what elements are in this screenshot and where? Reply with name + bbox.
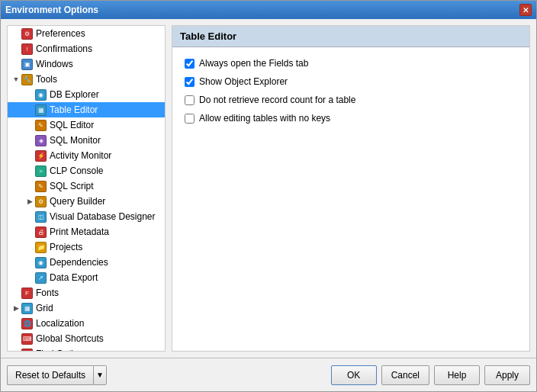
- item-icon-global-shortcuts: ⌨: [21, 333, 33, 345]
- item-label-db-explorer: DB Explorer: [50, 89, 99, 100]
- tree-item-projects[interactable]: 📁Projects: [8, 239, 165, 255]
- tree-item-activity-monitor[interactable]: ⚡Activity Monitor: [8, 148, 165, 163]
- item-icon-clp-console: >: [35, 165, 47, 177]
- item-label-sql-editor: SQL Editor: [50, 120, 94, 130]
- tree-item-tools[interactable]: ▼🔧Tools: [8, 72, 165, 87]
- checkbox-row-show-object-explorer: Show Object Explorer: [185, 76, 517, 87]
- checkbox-always-open-fields[interactable]: [185, 59, 195, 69]
- reset-btn-group: Reset to Defaults ▼: [7, 365, 107, 385]
- panel-body: Always open the Fields tabShow Object Ex…: [172, 47, 529, 351]
- tree-item-table-editor[interactable]: ▦Table Editor: [8, 102, 165, 117]
- right-panel: Table Editor Always open the Fields tabS…: [172, 25, 530, 352]
- environment-options-window: Environment Options ✕ ⚙Preferences!Confi…: [0, 0, 537, 392]
- item-label-grid: Grid: [36, 303, 53, 313]
- checkbox-no-record-count[interactable]: [185, 95, 195, 105]
- item-icon-localization: 🌐: [21, 318, 33, 329]
- tree-item-query-builder[interactable]: ▶⚙Query Builder: [8, 194, 165, 209]
- item-icon-preferences: ⚙: [21, 28, 33, 40]
- item-icon-activity-monitor: ⚡: [35, 150, 47, 162]
- item-label-data-export: Data Export: [50, 272, 98, 283]
- tree-item-find-option[interactable]: ✕Find Option: [8, 346, 165, 352]
- checkbox-allow-editing[interactable]: [185, 114, 195, 124]
- item-label-tools: Tools: [36, 74, 57, 85]
- item-label-fonts: Fonts: [36, 288, 59, 298]
- apply-button[interactable]: Apply: [484, 365, 530, 385]
- item-label-global-shortcuts: Global Shortcuts: [36, 333, 104, 344]
- item-label-find-option: Find Option: [36, 349, 83, 352]
- reset-defaults-button[interactable]: Reset to Defaults: [7, 365, 93, 385]
- item-label-activity-monitor: Activity Monitor: [50, 150, 111, 161]
- item-icon-sql-monitor: ◈: [35, 135, 47, 146]
- expand-icon-grid: ▶: [11, 304, 21, 312]
- tree-item-dependencies[interactable]: ◉Dependencies: [8, 255, 165, 270]
- item-icon-confirmations: !: [21, 43, 33, 55]
- checkbox-row-always-open-fields: Always open the Fields tab: [185, 58, 517, 69]
- checkbox-label-no-record-count: Do not retrieve record count for a table: [199, 95, 355, 105]
- reset-dropdown-button[interactable]: ▼: [93, 365, 107, 385]
- help-button[interactable]: Help: [434, 365, 480, 385]
- tree-item-preferences[interactable]: ⚙Preferences: [8, 26, 165, 41]
- item-label-clp-console: CLP Console: [50, 165, 104, 176]
- item-icon-tools: 🔧: [21, 74, 33, 85]
- tree-item-sql-editor[interactable]: ✎SQL Editor: [8, 117, 165, 133]
- item-icon-sql-editor: ✎: [35, 120, 47, 131]
- item-label-dependencies: Dependencies: [50, 257, 108, 268]
- item-label-print-meta: Print Metadata: [50, 227, 109, 237]
- window-title: Environment Options: [5, 5, 98, 15]
- dropdown-chevron-icon: ▼: [96, 371, 104, 379]
- tree-item-print-meta[interactable]: 🖨Print Metadata: [8, 224, 165, 239]
- item-label-localization: Localization: [36, 318, 84, 329]
- dialog-buttons: OK Cancel Help Apply: [331, 365, 530, 385]
- item-icon-grid: ▦: [21, 303, 33, 314]
- item-label-query-builder: Query Builder: [50, 196, 105, 207]
- main-content: ⚙Preferences!Confirmations▣Windows▼🔧Tool…: [1, 19, 536, 358]
- item-icon-find-option: ✕: [21, 349, 33, 352]
- checkbox-show-object-explorer[interactable]: [185, 77, 195, 87]
- checkbox-label-always-open-fields: Always open the Fields tab: [199, 58, 308, 69]
- checkbox-row-no-record-count: Do not retrieve record count for a table: [185, 95, 517, 105]
- item-icon-projects: 📁: [35, 242, 47, 253]
- footer: Reset to Defaults ▼ OK Cancel Help Apply: [1, 358, 536, 391]
- tree-item-windows[interactable]: ▣Windows: [8, 56, 165, 72]
- item-icon-fonts: F: [21, 288, 33, 299]
- item-icon-print-meta: 🖨: [35, 227, 47, 238]
- item-label-confirmations: Confirmations: [36, 43, 92, 54]
- tree-item-localization[interactable]: 🌐Localization: [8, 316, 165, 331]
- item-icon-data-export: ↗: [35, 272, 47, 284]
- item-label-table-editor: Table Editor: [50, 104, 98, 115]
- cancel-button[interactable]: Cancel: [381, 365, 429, 385]
- item-label-preferences: Preferences: [36, 28, 85, 39]
- checkbox-label-allow-editing: Allow editing tables with no keys: [199, 113, 330, 124]
- panel-header: Table Editor: [172, 26, 529, 47]
- tree-item-data-export[interactable]: ↗Data Export: [8, 270, 165, 285]
- item-icon-db-explorer: ◉: [35, 89, 47, 101]
- tree-item-clp-console[interactable]: >CLP Console: [8, 163, 165, 178]
- item-label-sql-monitor: SQL Monitor: [50, 135, 101, 146]
- tree-item-global-shortcuts[interactable]: ⌨Global Shortcuts: [8, 331, 165, 346]
- item-label-windows: Windows: [36, 59, 73, 69]
- item-icon-dependencies: ◉: [35, 257, 47, 268]
- checkbox-label-show-object-explorer: Show Object Explorer: [199, 76, 288, 87]
- tree-item-confirmations[interactable]: !Confirmations: [8, 41, 165, 56]
- item-label-projects: Projects: [50, 242, 82, 252]
- left-panel-tree: ⚙Preferences!Confirmations▣Windows▼🔧Tool…: [7, 25, 166, 352]
- item-label-visual-db: Visual Database Designer: [50, 211, 156, 222]
- tree-item-sql-monitor[interactable]: ◈SQL Monitor: [8, 133, 165, 148]
- tree-item-sql-script[interactable]: ✎SQL Script: [8, 178, 165, 194]
- item-icon-sql-script: ✎: [35, 181, 47, 192]
- item-icon-visual-db: ◫: [35, 211, 47, 223]
- tree-item-db-explorer[interactable]: ◉DB Explorer: [8, 87, 165, 102]
- title-bar: Environment Options ✕: [1, 1, 536, 19]
- item-icon-table-editor: ▦: [35, 104, 47, 116]
- tree-item-visual-db[interactable]: ◫Visual Database Designer: [8, 209, 165, 224]
- tree-item-grid[interactable]: ▶▦Grid: [8, 300, 165, 316]
- checkbox-row-allow-editing: Allow editing tables with no keys: [185, 113, 517, 124]
- ok-button[interactable]: OK: [331, 365, 377, 385]
- expand-icon-query-builder: ▶: [24, 198, 35, 205]
- item-icon-windows: ▣: [21, 59, 33, 70]
- item-label-sql-script: SQL Script: [50, 181, 94, 191]
- expand-icon-tools: ▼: [11, 76, 21, 83]
- item-icon-query-builder: ⚙: [35, 196, 47, 207]
- tree-item-fonts[interactable]: FFonts: [8, 285, 165, 300]
- close-button[interactable]: ✕: [519, 4, 532, 16]
